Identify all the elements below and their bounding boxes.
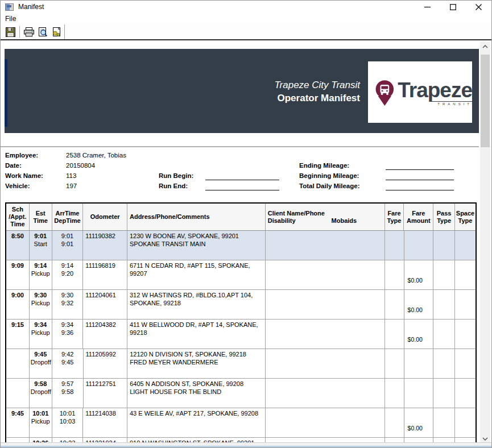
cell-odometer: 111190382 bbox=[83, 231, 127, 260]
trapeze-logo: Trapeze TRANSIT bbox=[368, 61, 472, 123]
cell-sch-time: 9:45 bbox=[6, 408, 30, 437]
vehicle-label: Vehicle: bbox=[5, 182, 30, 189]
cell-fare-type bbox=[385, 408, 404, 437]
table-row: 9:4510:01Pickup10:0110:0311121403843 E W… bbox=[6, 408, 476, 438]
est-time: 9:01 bbox=[31, 233, 51, 240]
date-label: Date: bbox=[5, 162, 22, 169]
print-button[interactable] bbox=[22, 25, 36, 39]
cell-odometer: 111204382 bbox=[83, 320, 127, 349]
cell-fare-amount bbox=[404, 379, 434, 408]
cell-arr-dep: 9:309:32 bbox=[52, 290, 84, 319]
scroll-up-button[interactable] bbox=[480, 42, 490, 51]
ending-mileage-label: Ending Mileage: bbox=[299, 162, 349, 169]
cell-fare-type bbox=[385, 320, 404, 349]
minimize-button[interactable] bbox=[415, 1, 440, 13]
est-time: 10:01 bbox=[31, 410, 51, 418]
run-begin-label: Run Begin: bbox=[159, 172, 193, 179]
header-mobaids: Mobaids bbox=[332, 217, 357, 225]
cell-fare-type bbox=[385, 260, 404, 289]
cell-pass-type bbox=[433, 260, 455, 289]
minimize-icon bbox=[424, 4, 431, 10]
est-type: Dropoff bbox=[31, 388, 51, 396]
manifest-table-body: 8:509:01Start9:019:011111903821230 W BOO… bbox=[6, 231, 476, 443]
est-time: 9:34 bbox=[31, 321, 51, 329]
header-pass-type: Pass Type bbox=[433, 204, 455, 230]
fare-amount-value: $0.00 bbox=[406, 410, 432, 432]
export-button[interactable] bbox=[49, 25, 63, 39]
header-fare-type: Fare Type bbox=[385, 204, 404, 230]
est-time: 9:14 bbox=[31, 262, 51, 270]
header-odometer: Odometer bbox=[83, 204, 127, 230]
date-value: 20150804 bbox=[66, 162, 95, 169]
est-type: Start bbox=[31, 240, 51, 248]
cell-space-type bbox=[455, 320, 476, 349]
table-row: 9:58Dropoff9:579:581112127516405 N ADDIS… bbox=[6, 379, 476, 408]
title-bar: Manifest bbox=[1, 1, 491, 13]
est-type: Pickup bbox=[31, 418, 51, 426]
table-row: 9:009:30Pickup9:309:32111204061312 W HAS… bbox=[6, 290, 476, 320]
dep-time: 9:45 bbox=[53, 359, 82, 367]
cell-client bbox=[266, 349, 385, 378]
est-time: 9:58 bbox=[31, 380, 51, 388]
cell-sch-time bbox=[6, 349, 30, 378]
cell-arr-dep: 9:019:01 bbox=[52, 231, 84, 260]
fare-amount-value: $0.00 bbox=[406, 321, 432, 343]
fare-amount-value bbox=[406, 233, 432, 247]
manifest-table: Sch /Appt. Time Est Time ArrTime DepTime… bbox=[5, 202, 477, 443]
cell-odometer: 111196819 bbox=[83, 260, 127, 289]
chevron-up-icon bbox=[482, 45, 488, 48]
print-preview-button[interactable] bbox=[36, 25, 49, 39]
dep-time: 10:03 bbox=[53, 418, 82, 426]
header-address: Address/Phone/Comments bbox=[127, 204, 266, 230]
cell-client bbox=[266, 290, 385, 319]
arr-time: 9:14 bbox=[53, 262, 82, 270]
logo-wordmark: Trapeze bbox=[398, 80, 472, 101]
cell-sch-time: 9:15 bbox=[6, 320, 30, 349]
est-time: 9:45 bbox=[31, 351, 51, 359]
header-est-time: Est Time bbox=[30, 204, 52, 230]
cell-odometer: 111212751 bbox=[84, 379, 128, 408]
cell-est-time: 9:30Pickup bbox=[30, 290, 52, 319]
cell-client bbox=[266, 379, 385, 408]
menu-file[interactable]: File bbox=[1, 15, 20, 23]
header-sch-time: Sch /Appt. Time bbox=[6, 204, 30, 230]
arr-time: 9:30 bbox=[53, 292, 82, 300]
cell-client bbox=[266, 260, 385, 289]
cell-address: 312 W HASTINGS RD, #BLDG.10,APT 104, SPO… bbox=[127, 290, 266, 319]
cell-space-type bbox=[455, 231, 476, 260]
ending-mileage-blank bbox=[386, 162, 454, 170]
employee-label: Employee: bbox=[5, 152, 38, 159]
maximize-icon bbox=[450, 4, 456, 10]
menu-bar: File bbox=[1, 13, 491, 24]
arr-time: 9:42 bbox=[53, 351, 82, 359]
cell-odometer: 111205992 bbox=[84, 349, 128, 378]
toolbar-group bbox=[1, 24, 65, 39]
scrollbar-thumb[interactable] bbox=[481, 55, 490, 147]
banner-accent-strip bbox=[5, 59, 7, 127]
cell-space-type bbox=[455, 260, 476, 289]
report-viewport: Trapeze City Transit Operator Manifest T… bbox=[1, 42, 480, 443]
maximize-button[interactable] bbox=[440, 1, 466, 13]
report-banner: Trapeze City Transit Operator Manifest T… bbox=[5, 49, 479, 133]
dep-time: 9:58 bbox=[53, 388, 82, 396]
close-button[interactable] bbox=[466, 1, 491, 13]
header-space-type: Space Type bbox=[455, 204, 476, 230]
cell-client bbox=[266, 320, 385, 349]
cell-address: 43 E WEILE AV, #APT 217, SPOKANE, 99208 bbox=[127, 408, 266, 437]
header-fare-amount: Fare Amount bbox=[404, 204, 433, 230]
cell-arr-dep: 9:579:58 bbox=[52, 379, 84, 408]
app-icon bbox=[5, 3, 14, 11]
cell-fare-amount bbox=[404, 349, 434, 378]
dep-time: 9:20 bbox=[53, 270, 82, 278]
cell-est-time: 9:34Pickup bbox=[30, 320, 52, 349]
vertical-scrollbar[interactable] bbox=[480, 42, 490, 443]
cell-space-type bbox=[455, 408, 476, 437]
cell-est-time: 10:01Pickup bbox=[30, 408, 52, 437]
vehicle-value: 197 bbox=[66, 182, 77, 189]
table-row: 9:159:34Pickup9:349:36111204382411 W BEL… bbox=[6, 320, 476, 349]
est-type: Dropoff bbox=[31, 359, 51, 367]
cell-arr-dep: 9:429:45 bbox=[52, 349, 84, 378]
beginning-mileage-label: Beginning Mileage: bbox=[299, 172, 359, 179]
save-button[interactable] bbox=[3, 25, 17, 39]
fare-amount-value bbox=[406, 380, 432, 395]
